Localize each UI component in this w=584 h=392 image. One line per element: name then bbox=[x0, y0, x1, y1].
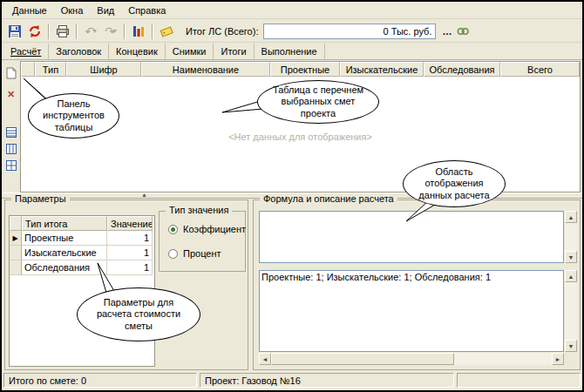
radio-unselected-icon[interactable] bbox=[168, 249, 178, 259]
param-value-header[interactable]: Значение bbox=[107, 216, 153, 231]
tab-snapshots[interactable]: Снимки bbox=[166, 44, 214, 59]
toolbar-separator bbox=[152, 24, 153, 39]
scroll-right-button[interactable]: ► bbox=[552, 353, 564, 365]
param-value-cell[interactable]: 1 bbox=[107, 231, 153, 246]
formula-description-text: Проектные: 1; Изыскательские: 1; Обследо… bbox=[261, 272, 561, 282]
radio-label: Процент bbox=[183, 248, 221, 259]
note-tag-icon bbox=[160, 24, 173, 38]
value-type-group-title: Тип значения bbox=[166, 205, 232, 215]
tab-header[interactable]: Заголовок bbox=[49, 44, 109, 59]
radio-option-coefficient[interactable]: Коэффициент bbox=[168, 224, 246, 234]
scrollbar-thumb[interactable] bbox=[271, 353, 454, 365]
scroll-up-button[interactable]: ▲ bbox=[565, 211, 577, 223]
more-button[interactable]: … bbox=[442, 26, 452, 37]
status-bar: Итого по смете: 0 Проект: Газовод №16 bbox=[2, 372, 582, 389]
arrow-left-icon: ◄ bbox=[262, 356, 268, 362]
param-value-cell[interactable]: 1 bbox=[107, 246, 153, 260]
scroll-left-button[interactable]: ◄ bbox=[259, 353, 271, 365]
menu-view[interactable]: Вид bbox=[90, 3, 121, 17]
callout-text: Панель инструментов таблицы bbox=[39, 98, 108, 133]
list-columns-icon bbox=[6, 144, 17, 154]
scroll-down-button[interactable]: ▼ bbox=[565, 251, 577, 263]
arrow-up-icon: ▲ bbox=[568, 274, 574, 280]
refresh-button[interactable] bbox=[25, 22, 44, 41]
callout-calculation-area: Область отображения данных расчета bbox=[403, 160, 506, 207]
status-extra bbox=[457, 373, 581, 388]
radio-option-percent[interactable]: Процент bbox=[168, 248, 221, 259]
callout-text: Таблица с перечнем выбранных смет проект… bbox=[268, 84, 368, 119]
menu-bar: Данные Окна Вид Справка bbox=[2, 2, 582, 19]
toolbar-separator bbox=[48, 24, 50, 39]
application-window: Данные Окна Вид Справка ↶ ▾ ↷ ▾ bbox=[0, 0, 584, 392]
tab-execution[interactable]: Выполнение bbox=[255, 44, 325, 59]
total-label: Итог ЛС (Всего): bbox=[186, 26, 258, 37]
column-header-code[interactable]: Шифр bbox=[66, 62, 141, 77]
redo-button[interactable]: ↷ ▾ bbox=[101, 22, 120, 41]
save-icon bbox=[8, 24, 22, 38]
column-header-survey[interactable]: Изыскательские bbox=[340, 62, 424, 77]
callout-parameters: Параметры для расчета стоимости сметы bbox=[77, 287, 200, 341]
link-icon bbox=[456, 24, 470, 38]
parameters-header-row: Тип итога Значение bbox=[10, 216, 154, 231]
menu-help[interactable]: Справка bbox=[121, 3, 173, 17]
menu-data[interactable]: Данные bbox=[5, 3, 54, 17]
param-type-cell: Изыскательские bbox=[22, 246, 107, 260]
tab-footer[interactable]: Концевик bbox=[109, 44, 166, 59]
menu-windows[interactable]: Окна bbox=[54, 3, 91, 17]
save-button[interactable] bbox=[5, 22, 24, 41]
column-header-total[interactable]: Всего bbox=[500, 62, 580, 77]
arrow-up-icon: ▲ bbox=[568, 214, 574, 220]
toolbar: ↶ ▾ ↷ ▾ Итог ЛС (Всего): … bbox=[2, 20, 582, 43]
callout-text: Область отображения данных расчета bbox=[414, 166, 494, 201]
column-header-design[interactable]: Проектные bbox=[270, 62, 340, 77]
table-header-row: Тип Шифр Наименование Проектные Изыскате… bbox=[21, 62, 580, 77]
print-button[interactable] bbox=[53, 22, 72, 41]
description-vertical-scrollbar[interactable]: ▲ ▼ bbox=[565, 270, 577, 352]
link-button[interactable] bbox=[453, 22, 472, 41]
printer-icon bbox=[56, 24, 70, 38]
callout-table-toolbar: Панель инструментов таблицы bbox=[28, 93, 119, 139]
grid-icon bbox=[6, 160, 17, 171]
parameters-group-title: Параметры bbox=[11, 193, 70, 204]
row-selector-icon: ▶ bbox=[12, 234, 17, 242]
status-project: Проект: Газовод №16 bbox=[200, 373, 454, 388]
callout-estimates-table: Таблица с перечнем выбранных смет проект… bbox=[257, 80, 379, 124]
column-header-name[interactable]: Наименование bbox=[141, 62, 270, 77]
empty-data-message: <Нет данных для отображения> bbox=[21, 132, 580, 142]
total-input[interactable] bbox=[263, 24, 436, 39]
parameter-row[interactable]: Обследования 1 bbox=[10, 260, 154, 275]
splitter-collapse-icon[interactable]: ▲ bbox=[141, 192, 147, 198]
toolbar-separator bbox=[76, 24, 78, 39]
totals-chart-button[interactable] bbox=[129, 22, 148, 41]
parameter-row[interactable]: Изыскательские 1 bbox=[10, 246, 154, 260]
scroll-up-button[interactable]: ▲ bbox=[565, 270, 577, 282]
list-rows-button[interactable] bbox=[3, 125, 19, 139]
list-rows-icon bbox=[6, 127, 17, 138]
param-type-cell: Проектные bbox=[22, 231, 107, 246]
undo-dropdown-icon: ▾ bbox=[93, 27, 97, 35]
parameter-row[interactable]: ▶ Проектные 1 bbox=[10, 231, 154, 246]
callout-text: Параметры для расчета стоимости сметы bbox=[88, 297, 189, 332]
note-button[interactable] bbox=[157, 22, 176, 41]
radio-selected-icon[interactable] bbox=[168, 225, 178, 234]
status-project-text: Проект: Газовод №16 bbox=[205, 375, 301, 386]
row-selector-cell bbox=[10, 246, 22, 260]
grid-button[interactable] bbox=[3, 159, 19, 172]
list-columns-button[interactable] bbox=[3, 142, 19, 156]
scroll-down-button[interactable]: ▼ bbox=[565, 340, 577, 352]
scrollbar-track[interactable] bbox=[454, 353, 552, 365]
row-selector-cell: ▶ bbox=[10, 231, 22, 246]
row-selector-cell bbox=[10, 260, 22, 275]
arrow-right-icon: ► bbox=[555, 356, 561, 362]
selector-column-header bbox=[10, 216, 22, 231]
column-header-inspection[interactable]: Обследования bbox=[424, 62, 500, 77]
formula-description-box[interactable]: Проектные: 1; Изыскательские: 1; Обследо… bbox=[259, 270, 564, 352]
tab-totals[interactable]: Итоги bbox=[214, 44, 254, 59]
formula-input-scrollbar[interactable]: ▲ ▼ bbox=[565, 211, 577, 263]
undo-button[interactable]: ↶ ▾ bbox=[81, 22, 100, 41]
scrollbar-corner bbox=[565, 353, 577, 365]
chart-icon bbox=[132, 24, 146, 38]
description-horizontal-scrollbar[interactable]: ◄ ► bbox=[259, 353, 564, 365]
tab-calculation[interactable]: Расчёт bbox=[3, 44, 49, 59]
param-type-header[interactable]: Тип итога bbox=[22, 216, 107, 231]
